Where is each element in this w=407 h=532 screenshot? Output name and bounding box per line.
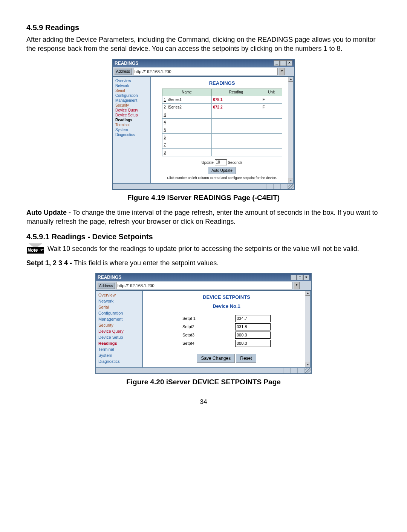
readings-window: READINGS _ □ × Address ▾ Overview Networ… [112, 59, 295, 190]
row-link[interactable]: 2 [164, 105, 166, 109]
address-label[interactable]: Address [114, 68, 132, 75]
nav-device-query[interactable]: Device Query [115, 108, 148, 113]
setpt-input[interactable] [235, 323, 271, 330]
nav-overview[interactable]: Overview [98, 292, 140, 298]
address-bar: Address ▾ [96, 281, 311, 290]
nav-serial[interactable]: Serial [115, 88, 148, 93]
content-pane: ▴▾ READINGS Name Reading Unit 1 iSeries1… [150, 77, 294, 183]
nav-system[interactable]: System [98, 353, 140, 359]
nav-security[interactable]: Security [98, 323, 140, 329]
cell-name: iSeries2 [168, 105, 182, 109]
readings-table: Name Reading Unit 1 iSeries1 078.1 F 2 i… [162, 89, 282, 156]
row-link[interactable]: 5 [164, 128, 166, 132]
sidebar-nav: Overview Network Serial Configuration Ma… [96, 291, 142, 367]
nav-readings[interactable]: Readings [98, 341, 140, 347]
row-link[interactable]: 1 [164, 98, 166, 102]
nav-management[interactable]: Management [98, 316, 140, 323]
address-input[interactable] [133, 68, 278, 75]
setpoint-row: Setpt 1 [143, 315, 310, 322]
dropdown-icon[interactable]: ▾ [294, 282, 300, 289]
table-row: 2 iSeries2 072.2 F [162, 103, 282, 111]
nav-device-query[interactable]: Device Query [98, 329, 140, 335]
page-title: READINGS [151, 80, 293, 87]
nav-configuration[interactable]: Configuration [98, 310, 140, 316]
update-row: Update Seconds [151, 159, 293, 165]
update-label: Update [202, 160, 214, 164]
row-link[interactable]: 4 [164, 120, 166, 124]
setpoint-row: Setpt2 [143, 323, 310, 330]
address-label[interactable]: Address [97, 283, 115, 289]
row-link[interactable]: 7 [164, 143, 166, 147]
close-icon[interactable]: × [303, 275, 309, 280]
setpt-input[interactable] [235, 332, 271, 339]
close-icon[interactable]: × [286, 60, 292, 66]
minimize-icon[interactable]: _ [291, 275, 297, 280]
nav-overview[interactable]: Overview [115, 78, 148, 83]
maximize-icon[interactable]: □ [280, 60, 286, 66]
section-heading: 4.5.9 Readings [26, 23, 381, 33]
section-heading: 4.5.9.1 Readings - Device Setpoints [26, 232, 381, 242]
figure-caption: Figure 4.20 iServer DEVICE SETPOINTS Pag… [26, 377, 381, 387]
nav-device-setup[interactable]: Device Setup [98, 335, 140, 341]
nav-network[interactable]: Network [115, 83, 148, 88]
cell-unit: F [261, 96, 282, 103]
setpt-input[interactable] [235, 315, 271, 322]
dropdown-icon[interactable]: ▾ [279, 68, 285, 75]
reset-button[interactable]: Reset [236, 354, 256, 363]
update-input[interactable] [215, 159, 227, 165]
nav-system[interactable]: System [115, 127, 148, 132]
paragraph: Auto Update - To change the time interva… [26, 208, 381, 226]
setpt-label: Setpt3 [182, 332, 201, 338]
row-link[interactable]: 6 [164, 135, 166, 139]
page-title: DEVICE SETPOINTS [143, 294, 310, 301]
save-changes-button[interactable]: Save Changes [197, 354, 235, 363]
nav-diagnostics[interactable]: Diagnostics [115, 132, 148, 137]
table-row: 6 [162, 133, 282, 141]
nav-serial[interactable]: Serial [98, 304, 140, 310]
table-row: 7 [162, 141, 282, 148]
cell-name: iSeries1 [168, 98, 182, 102]
status-bar [113, 183, 294, 189]
page-subtitle: Device No.1 [143, 303, 310, 310]
status-bar [96, 367, 311, 373]
nav-device-setup[interactable]: Device Setup [115, 113, 148, 118]
nav-terminal[interactable]: Terminal [98, 347, 140, 353]
nav-management[interactable]: Management [115, 98, 148, 103]
nav-configuration[interactable]: Configuration [115, 93, 148, 98]
nav-readings[interactable]: Readings [115, 118, 148, 122]
setpoint-row: Setpt3 [143, 332, 310, 339]
setpt-label: Setpt2 [182, 324, 201, 330]
th-reading: Reading [211, 89, 261, 96]
auto-update-button[interactable]: Auto Update [208, 167, 236, 174]
section-paragraph: After adding the Device Parameters, incl… [26, 35, 381, 54]
th-name: Name [162, 89, 211, 96]
nav-network[interactable]: Network [98, 298, 140, 304]
row-link[interactable]: 8 [164, 150, 166, 154]
cell-reading: 072.2 [211, 103, 261, 111]
resize-grip-icon[interactable] [304, 368, 311, 373]
setpt-label: Setpt4 [182, 341, 201, 346]
scrollbar[interactable]: ▴▾ [305, 291, 310, 367]
nav-diagnostics[interactable]: Diagnostics [98, 359, 140, 365]
seconds-label: Seconds [228, 160, 242, 164]
table-row: 8 [162, 148, 282, 156]
setpoints-window: READINGS _ □ × Address ▾ Overview Networ… [95, 273, 312, 374]
table-row: 1 iSeries1 078.1 F [162, 96, 282, 103]
resize-grip-icon[interactable] [288, 184, 294, 189]
sidebar-nav: Overview Network Serial Configuration Ma… [113, 77, 150, 183]
address-input[interactable] [116, 282, 292, 289]
nav-terminal[interactable]: Terminal [115, 122, 148, 127]
hint-text: Click number on left column to read and … [151, 176, 293, 180]
paragraph: Setpt 1, 2 3 4 - This field is where you… [26, 258, 381, 268]
window-titlebar: READINGS _ □ × [113, 60, 294, 67]
table-row: 3 [162, 111, 282, 118]
minimize-icon[interactable]: _ [274, 60, 280, 66]
scrollbar[interactable]: ▴▾ [288, 77, 293, 183]
nav-security[interactable]: Security [115, 103, 148, 108]
table-row: 5 [162, 126, 282, 133]
row-link[interactable]: 3 [164, 113, 166, 117]
maximize-icon[interactable]: □ [297, 275, 303, 280]
window-titlebar: READINGS _ □ × [96, 274, 311, 281]
th-unit: Unit [261, 89, 282, 96]
setpt-input[interactable] [235, 340, 271, 347]
